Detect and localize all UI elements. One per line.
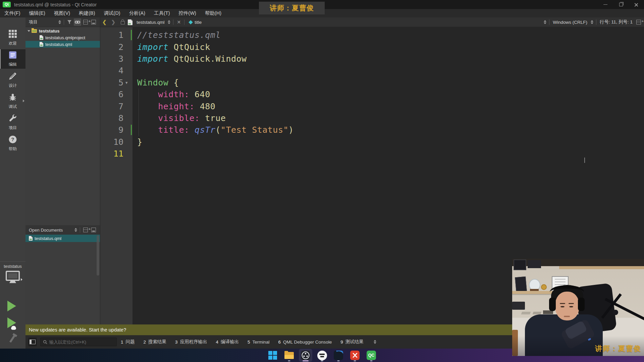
editor-tab-filename[interactable]: teststatus.qml: [137, 20, 164, 25]
code-line-7[interactable]: 7 height: 480: [100, 100, 644, 112]
close-icon: [634, 3, 638, 7]
sidebar-mode-debug[interactable]: 调试: [0, 92, 25, 111]
sidebar-mode-welcome[interactable]: 欢迎: [0, 28, 25, 48]
menu-item[interactable]: 分析(A): [125, 9, 150, 17]
divider: [184, 19, 184, 25]
code-line-11[interactable]: 11: [100, 148, 644, 160]
collapse-panel-icon[interactable]: [90, 226, 97, 234]
menu-item[interactable]: 构建(B): [74, 9, 99, 17]
gutter-markers: [123, 29, 132, 41]
code-line-3[interactable]: 3import QtQuick.Window: [100, 53, 644, 65]
wall-frame: [528, 260, 541, 268]
output-pane-4[interactable]: 4编译输出: [216, 339, 239, 345]
menu-item[interactable]: 编辑(E): [25, 9, 50, 17]
qt-creator-icon[interactable]: QC: [365, 349, 378, 362]
grid-icon: [8, 29, 17, 40]
menu-item[interactable]: 文件(F): [0, 9, 25, 17]
sidebar-toggle-icon[interactable]: [28, 338, 37, 346]
line-number: 9: [100, 125, 123, 135]
mode-label: 帮助: [9, 146, 17, 152]
build-hammer-icon[interactable]: [7, 332, 19, 345]
red-utility-app-icon[interactable]: [348, 349, 362, 362]
qml-file-icon: [128, 19, 132, 25]
gold-medal: [541, 284, 547, 290]
restore-button[interactable]: [613, 0, 629, 9]
tree-item-teststatus.qml[interactable]: teststatus.qml: [25, 41, 100, 48]
output-pane-3[interactable]: 3应用程序输出: [175, 339, 207, 345]
split-icon[interactable]: [82, 18, 89, 26]
mode-label: 设计: [9, 83, 17, 88]
menu-item[interactable]: 工具(T): [150, 9, 174, 17]
updown-spinner-icon[interactable]: [74, 228, 77, 232]
code-text: import QtQuick.Window: [132, 54, 247, 64]
code-line-1[interactable]: 1//teststatus.qml: [100, 29, 644, 41]
fold-arrow-icon[interactable]: ▾: [125, 80, 128, 85]
sidebar-mode-edit[interactable]: 编辑: [0, 49, 25, 69]
windows-start-icon[interactable]: [266, 349, 279, 362]
sidebar-mode-projects[interactable]: 项目: [0, 113, 25, 132]
file-explorer-icon[interactable]: [282, 349, 296, 362]
qml-file-icon: [29, 236, 33, 241]
encoding-selector[interactable]: Windows (CRLF): [553, 20, 587, 25]
updown-spinner-icon[interactable]: [591, 20, 593, 24]
locator-box[interactable]: [40, 338, 117, 346]
menu-item[interactable]: 调试(D): [100, 9, 125, 17]
cursor-position-indicator: 行号: 11, 列号: 1: [600, 19, 633, 25]
collapse-panel-icon[interactable]: [90, 18, 97, 26]
open-document-item[interactable]: teststatus.qml: [25, 235, 100, 242]
taskbar-icons: QC: [266, 349, 378, 362]
split-icon[interactable]: [82, 226, 89, 234]
navigate-forward-icon[interactable]: ❯: [111, 19, 116, 25]
instructor-badge: 讲师：夏曹俊: [259, 2, 325, 14]
wall-frame: [514, 259, 526, 270]
updown-spinner-icon[interactable]: [374, 340, 376, 344]
output-pane-6[interactable]: 6QML Debugger Console: [278, 340, 332, 345]
desktop-monitor-icon[interactable]: [5, 270, 20, 285]
recorder-app-icon[interactable]: [315, 349, 329, 362]
divider: [80, 227, 80, 233]
code-text: }: [132, 137, 143, 147]
code-line-10[interactable]: 10}: [100, 136, 644, 148]
obs-studio-icon[interactable]: [299, 349, 312, 362]
close-button[interactable]: [629, 0, 644, 9]
line-number: 8: [100, 113, 123, 123]
navigate-back-icon[interactable]: ❮: [102, 19, 107, 25]
tree-item-teststatus[interactable]: teststatus: [25, 27, 100, 34]
symbol-breadcrumb[interactable]: title: [195, 20, 202, 25]
close-document-icon[interactable]: ✕: [177, 19, 181, 25]
output-pane-1[interactable]: 1问题: [121, 339, 135, 345]
code-line-5[interactable]: 5▾Window {: [100, 77, 644, 88]
menu-item[interactable]: 视图(V): [50, 9, 74, 17]
gutter-markers: [123, 53, 132, 65]
link-icon[interactable]: [74, 18, 81, 26]
document-dropdown-icon[interactable]: [168, 20, 170, 24]
minimize-button[interactable]: [598, 0, 613, 9]
sidebar-mode-design[interactable]: 设计: [0, 70, 25, 90]
output-pane-9[interactable]: 9测试结果: [340, 339, 364, 345]
code-line-8[interactable]: 8 visible: true: [100, 112, 644, 124]
expand-caret-icon[interactable]: [28, 30, 30, 32]
sidebar-mode-help[interactable]: ?帮助: [0, 134, 25, 153]
question-icon: ?: [8, 135, 17, 145]
filter-funnel-icon[interactable]: [66, 18, 73, 26]
panel-scrollbar[interactable]: [97, 235, 99, 276]
code-text: width: 640: [132, 89, 210, 99]
output-pane-2[interactable]: 2搜索结果: [144, 339, 167, 345]
menu-item[interactable]: 控件(W): [174, 9, 201, 17]
updown-spinner-icon[interactable]: [58, 20, 61, 24]
tree-item-label: teststatus.qmlproject: [45, 35, 85, 40]
code-line-2[interactable]: 2import QtQuick: [100, 41, 644, 53]
code-line-4[interactable]: 4: [100, 65, 644, 76]
code-line-6[interactable]: 6 width: 640: [100, 88, 644, 100]
code-line-9[interactable]: 9 title: qsTr("Test Status"): [100, 124, 644, 136]
line-number: 4: [100, 66, 123, 75]
locator-input[interactable]: [49, 339, 107, 345]
theme-app-icon[interactable]: [332, 349, 345, 362]
tree-item-teststatus.qmlproject[interactable]: teststatus.qmlproject: [25, 34, 100, 41]
run-play-icon[interactable]: [7, 301, 16, 311]
split-icon[interactable]: [635, 18, 642, 26]
updown-spinner-icon[interactable]: [544, 20, 546, 24]
output-pane-5[interactable]: 5Terminal: [248, 340, 270, 345]
restore-icon: [619, 3, 623, 6]
menu-item[interactable]: 帮助(H): [201, 9, 226, 17]
